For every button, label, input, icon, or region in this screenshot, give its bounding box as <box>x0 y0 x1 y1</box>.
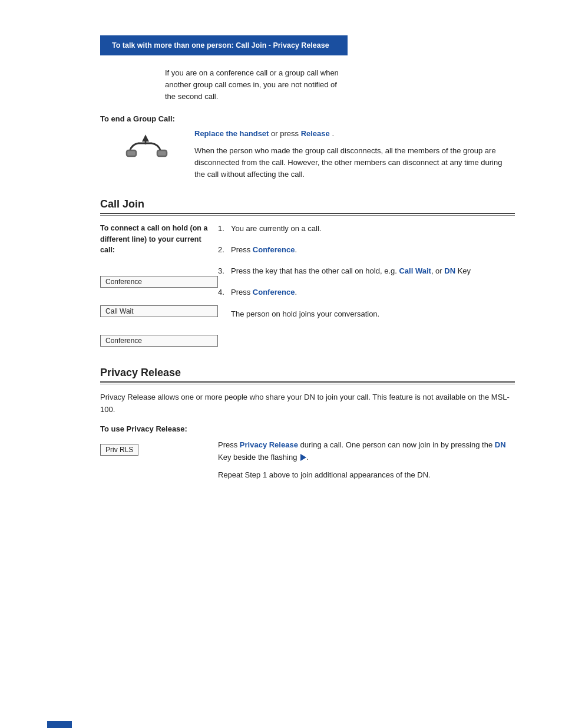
dn-blue-2: DN <box>495 440 506 449</box>
step-2: 2. Press Conference. <box>218 244 515 256</box>
privacy-divider <box>100 384 515 384</box>
conference-blue-2: Conference <box>253 288 295 297</box>
conference-key-1: Conference <box>100 276 218 288</box>
call-join-section: Call Join To connect a call on hold (on … <box>100 198 515 349</box>
conference-blue-1: Conference <box>253 245 295 254</box>
privacy-steps: Priv RLS Press Privacy Release during a … <box>100 439 515 482</box>
call-wait-key: Call Wait <box>100 305 218 317</box>
privacy-release-section: Privacy Release Privacy Release allows o… <box>100 367 515 482</box>
page-number: 48 <box>47 721 72 728</box>
to-end-group-label: To end a Group Call: <box>100 114 515 123</box>
svg-rect-0 <box>127 150 136 156</box>
privacy-release-heading: Privacy Release <box>100 367 515 383</box>
step-4: 4. Press Conference. <box>218 286 515 298</box>
repeat-text: Repeat Step 1 above to join additional a… <box>218 469 515 482</box>
phone-icon-area <box>100 128 194 163</box>
phone-icon <box>121 134 174 163</box>
conference-key-2: Conference <box>100 335 218 347</box>
replace-text-area: Replace the handset or press Release . W… <box>194 128 515 180</box>
arrow-icon <box>300 454 306 461</box>
call-join-heading: Call Join <box>100 198 515 214</box>
to-connect-label: To connect a call on hold (on a differen… <box>100 223 218 256</box>
privacy-release-blue: Privacy Release <box>240 440 298 449</box>
header-banner: To talk with more than one person: Call … <box>100 35 348 55</box>
key-row: Conference Call Wait Conference <box>100 256 218 349</box>
step-1: 1. You are currently on a call. <box>218 223 515 235</box>
content-area: To end a Group Call: <box>0 114 562 482</box>
call-join-content: To connect a call on hold (on a differen… <box>100 223 515 349</box>
hold-joins-text: The person on hold joins your conversati… <box>231 308 515 320</box>
priv-right: Press Privacy Release during a call. One… <box>218 439 515 482</box>
call-join-left: To connect a call on hold (on a differen… <box>100 223 218 349</box>
call-join-steps: 1. You are currently on a call. 2. Press… <box>218 223 515 349</box>
call-wait-blue: Call Wait <box>399 266 431 275</box>
privacy-instruction: Press Privacy Release during a call. One… <box>218 439 515 464</box>
replace-instruction: Replace the handset or press Release . <box>194 128 515 140</box>
svg-rect-1 <box>157 150 167 156</box>
priv-rls-key: Priv RLS <box>100 444 138 456</box>
intro-text: If you are on a conference call or a gro… <box>165 67 348 103</box>
step-3: 3. Press the key that has the other call… <box>218 265 515 277</box>
banner-text: To talk with more than one person: Call … <box>112 41 329 50</box>
release-link: Release <box>301 129 330 138</box>
privacy-description: Privacy Release allows one or more peopl… <box>100 391 515 416</box>
to-use-label: To use Privacy Release: <box>100 424 515 433</box>
group-call-section: Replace the handset or press Release . W… <box>100 128 515 180</box>
priv-left: Priv RLS <box>100 439 218 482</box>
replace-handset-link: Replace the handset <box>194 129 269 138</box>
disconnect-description: When the person who made the group call … <box>194 145 515 180</box>
page: To talk with more than one person: Call … <box>0 35 562 728</box>
steps-list: 1. You are currently on a call. 2. Press… <box>218 223 515 299</box>
svg-marker-2 <box>143 136 148 141</box>
call-join-divider <box>100 215 515 216</box>
dn-blue-1: DN <box>444 266 455 275</box>
